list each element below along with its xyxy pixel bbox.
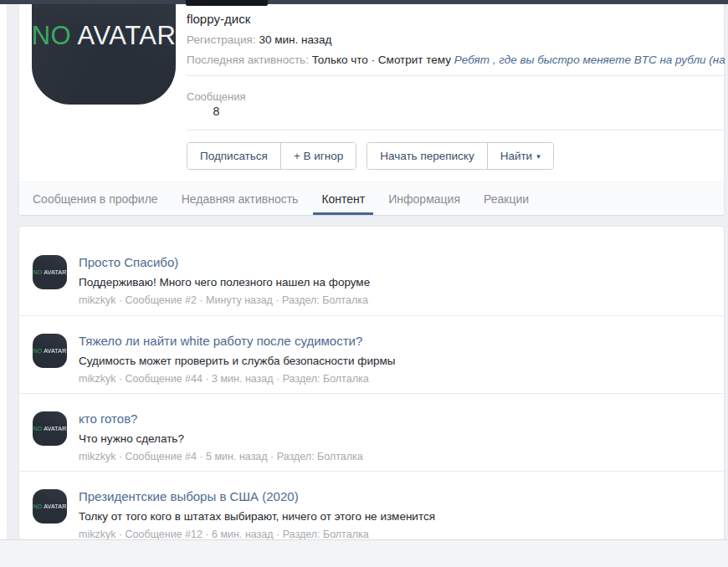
- no-avatar-word-text: AVATAR: [44, 426, 66, 432]
- tab-profile-posts[interactable]: Сообщения в профиле: [24, 182, 167, 215]
- profile-header-card: NO AVATAR floppy-диск Регистрация: 30 ми…: [18, 4, 725, 216]
- registration-value: 30 мин. назад: [259, 33, 331, 46]
- last-activity-label: Последняя активность:: [187, 54, 309, 66]
- no-avatar-placeholder: NO AVATAR: [33, 503, 67, 509]
- thread-title-link[interactable]: Тяжело ли найти white работу после судим…: [79, 333, 707, 349]
- tab-content[interactable]: Контент: [313, 182, 373, 215]
- profile-actions: Подписаться + В игнор Начать переписку Н…: [187, 142, 724, 170]
- no-avatar-word-text: AVATAR: [44, 503, 66, 509]
- post-time-link[interactable]: Минуту назад: [197, 294, 273, 306]
- message-ref-link[interactable]: Сообщение #44: [115, 373, 202, 385]
- thread-title-link[interactable]: Президентские выборы в США (2020): [79, 488, 707, 504]
- post-meta: mikzkykСообщение #443 мин. назадРаздел: …: [79, 373, 707, 386]
- last-activity-row: Последняя активность: Только что · Смотр…: [187, 53, 724, 67]
- start-conversation-button[interactable]: Начать переписку: [367, 143, 486, 169]
- conversation-find-button-group: Начать переписку Найти▾: [367, 142, 553, 170]
- no-avatar-placeholder: NO AVATAR: [33, 426, 67, 432]
- find-button[interactable]: Найти▾: [487, 143, 553, 169]
- message-ref-link[interactable]: Сообщение #4: [115, 451, 197, 462]
- author-link[interactable]: mikzkyk: [79, 529, 115, 540]
- last-activity-value: Только что · Смотрит тему: [312, 54, 451, 66]
- post-time-link[interactable]: 3 мин. назад: [203, 373, 274, 385]
- profile-username: floppy-диск: [187, 12, 724, 27]
- content-item: NO AVATAR кто готов? Что нужно сделать? …: [19, 393, 724, 471]
- thread-avatar[interactable]: NO AVATAR: [33, 255, 67, 289]
- tab-reactions[interactable]: Реакции: [475, 182, 537, 215]
- follow-ignore-button-group: Подписаться + В игнор: [187, 142, 356, 170]
- section-link[interactable]: Раздел: Болталка: [273, 294, 368, 306]
- section-link[interactable]: Раздел: Болталка: [274, 373, 369, 385]
- no-avatar-placeholder: NO AVATAR: [32, 21, 177, 105]
- profile-info: floppy-диск Регистрация: 30 мин. назад П…: [187, 4, 724, 170]
- registration-label: Регистрация:: [187, 33, 256, 46]
- no-avatar-placeholder: NO AVATAR: [33, 348, 67, 354]
- section-link[interactable]: Раздел: Болталка: [274, 529, 369, 540]
- messages-stat-label: Сообщения: [187, 90, 246, 104]
- tab-information[interactable]: Информация: [380, 182, 469, 215]
- author-link[interactable]: mikzkyk: [79, 294, 115, 306]
- author-link[interactable]: mikzkyk: [79, 451, 115, 462]
- no-avatar-word-text: AVATAR: [78, 21, 177, 50]
- message-ref-link[interactable]: Сообщение #12: [115, 529, 202, 540]
- no-avatar-no-text: NO: [33, 503, 43, 509]
- no-avatar-placeholder: NO AVATAR: [33, 269, 67, 275]
- thread-avatar[interactable]: NO AVATAR: [33, 411, 67, 446]
- post-meta: mikzkykСообщение #45 мин. назадРаздел: Б…: [79, 451, 707, 463]
- no-avatar-no-text: NO: [33, 269, 43, 275]
- post-time-link[interactable]: 5 мин. назад: [197, 451, 268, 462]
- thread-avatar[interactable]: NO AVATAR: [33, 334, 67, 368]
- no-avatar-no-text: NO: [33, 426, 43, 432]
- profile-tab-strip: Сообщения в профиле Недавняя активность …: [19, 181, 724, 215]
- username-banner-remnant: [186, 0, 268, 6]
- ignore-button[interactable]: + В игнор: [280, 143, 356, 169]
- header-divider-2: [187, 130, 725, 130]
- chevron-down-icon: ▾: [536, 152, 541, 161]
- watched-topic-link[interactable]: Ребят , где вы быстро меняете BTC на руб…: [454, 54, 728, 66]
- no-avatar-word-text: AVATAR: [44, 348, 66, 354]
- header-divider-1: [187, 75, 725, 76]
- content-item: NO AVATAR Тяжело ли найти white работу п…: [19, 315, 724, 393]
- messages-stat[interactable]: Сообщения 8: [187, 90, 246, 119]
- content-list-card: NO AVATAR Просто Спасибо) Поддерживаю! М…: [18, 226, 725, 567]
- no-avatar-word-text: AVATAR: [44, 269, 66, 275]
- registration-row: Регистрация: 30 мин. назад: [187, 33, 724, 47]
- post-meta: mikzkykСообщение #2Минуту назадРаздел: Б…: [79, 294, 707, 307]
- thread-title-link[interactable]: Просто Спасибо): [79, 254, 707, 270]
- profile-avatar[interactable]: NO AVATAR: [32, 4, 176, 105]
- post-snippet: Что нужно сделать?: [79, 432, 707, 446]
- content-item: NO AVATAR Президентские выборы в США (20…: [19, 471, 724, 549]
- no-avatar-no-text: NO: [32, 21, 72, 50]
- top-navigation-bar: [0, 0, 728, 4]
- content-item: NO AVATAR Просто Спасибо) Поддерживаю! М…: [19, 238, 724, 315]
- find-button-label: Найти: [500, 150, 533, 162]
- messages-stat-value: 8: [187, 105, 246, 119]
- message-ref-link[interactable]: Сообщение #2: [115, 294, 197, 306]
- post-time-link[interactable]: 6 мин. назад: [203, 529, 274, 540]
- section-link[interactable]: Раздел: Болталка: [268, 451, 363, 462]
- thread-avatar[interactable]: NO AVATAR: [33, 489, 67, 524]
- tab-recent-activity[interactable]: Недавняя активность: [173, 182, 307, 215]
- post-snippet: Поддерживаю! Много чего полезного нашел …: [79, 275, 707, 289]
- author-link[interactable]: mikzkyk: [79, 373, 115, 385]
- post-snippet: Судимость может проверить и служба безоп…: [79, 354, 707, 368]
- follow-button[interactable]: Подписаться: [187, 143, 280, 169]
- no-avatar-no-text: NO: [33, 348, 43, 354]
- thread-title-link[interactable]: кто готов?: [79, 411, 707, 427]
- post-snippet: Толку от того кого в штатах выбирают, ни…: [79, 509, 707, 524]
- footer-bar: [0, 539, 728, 567]
